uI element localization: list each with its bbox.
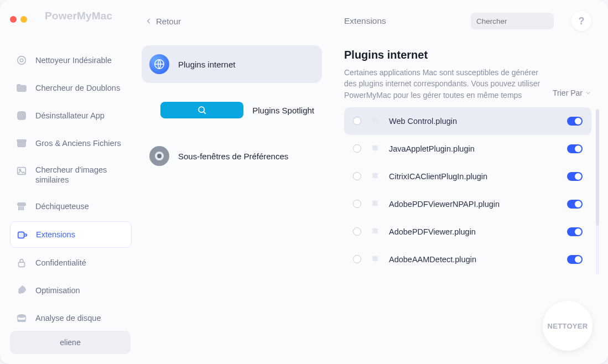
enable-toggle[interactable]: [567, 227, 583, 236]
sidebar-item-duplicate-finder[interactable]: Chercheur de Doublons: [10, 75, 132, 101]
enable-toggle[interactable]: [567, 117, 583, 126]
section-title: Extensions: [344, 16, 386, 26]
window-controls: [10, 16, 27, 23]
enable-toggle[interactable]: [567, 144, 583, 153]
app-icon: A: [15, 110, 28, 122]
plugin-row[interactable]: AdobeAAMDetect.plugin: [344, 246, 591, 273]
svg-rect-9: [19, 207, 20, 210]
back-button[interactable]: Retour: [142, 10, 322, 32]
svg-rect-6: [18, 168, 26, 175]
svg-rect-16: [18, 320, 26, 322]
sidebar-item-privacy[interactable]: Confidentialité: [10, 250, 132, 275]
disk-icon: [15, 312, 28, 324]
svg-point-0: [18, 56, 26, 65]
rocket-icon: [15, 284, 28, 297]
enable-toggle[interactable]: [567, 200, 583, 209]
preferences-icon: [149, 146, 169, 166]
select-checkbox[interactable]: [353, 144, 361, 153]
sidebar-item-label: Désinstallateur App: [35, 111, 105, 121]
sidebar-item-label: Optimisation: [35, 285, 80, 295]
plugin-name: AdobePDFViewerNPAPI.plugin: [389, 200, 500, 209]
enable-toggle[interactable]: [567, 172, 583, 181]
category-internet-plugins[interactable]: Plugins internet: [142, 45, 322, 83]
category-preference-panes[interactable]: Sous-fenêtres de Préférences: [142, 137, 322, 175]
plugin-row[interactable]: AdobePDFViewer.plugin: [344, 218, 591, 246]
svg-rect-5: [17, 140, 27, 142]
globe-icon: [149, 54, 169, 74]
category-spotlight-plugins[interactable]: Plugins Spotlight: [142, 93, 322, 127]
select-checkbox[interactable]: [353, 255, 361, 263]
plugin-icon: [369, 143, 381, 155]
user-account-button[interactable]: eliene: [10, 331, 131, 354]
sort-label: Trier Par: [553, 89, 583, 97]
select-checkbox[interactable]: [353, 227, 361, 236]
app-window: PowerMyMac Nettoyeur Indésirable Cherche…: [0, 0, 608, 364]
svg-rect-11: [23, 207, 24, 210]
back-label: Retour: [156, 17, 181, 26]
search-icon: [160, 102, 243, 118]
svg-point-14: [19, 290, 22, 294]
category-list: Plugins internet Plugins Spotlight Sous-…: [142, 45, 322, 175]
clean-button-label: NETTOYER: [548, 322, 588, 330]
main-panel: Extensions ? Plugins internet Certaines …: [334, 0, 608, 364]
clean-button[interactable]: NETTOYER: [543, 301, 593, 351]
select-checkbox[interactable]: [353, 117, 361, 125]
svg-rect-8: [18, 203, 26, 206]
sidebar-item-extensions[interactable]: Extensions: [10, 221, 132, 248]
sidebar-item-app-uninstaller[interactable]: A Désinstallateur App: [10, 103, 132, 128]
select-checkbox[interactable]: [353, 200, 361, 208]
target-icon: [15, 54, 28, 66]
sidebar-item-shredder[interactable]: Déchiqueteuse: [10, 194, 132, 219]
shredder-icon: [15, 200, 28, 212]
plugin-icon: [369, 170, 381, 183]
plugin-name: AdobeAAMDetect.plugin: [389, 255, 476, 264]
box-icon: [15, 137, 28, 149]
sort-dropdown[interactable]: Trier Par: [553, 89, 591, 97]
category-panel: Retour Plugins internet Plugins Spotligh…: [137, 0, 334, 364]
sidebar-item-optimization[interactable]: Optimisation: [10, 278, 132, 303]
category-label: Plugins Spotlight: [252, 106, 314, 115]
svg-rect-10: [20, 207, 22, 210]
svg-point-18: [199, 107, 204, 112]
page-title: Plugins internet: [344, 49, 591, 61]
sidebar-item-label: Nettoyeur Indésirable: [35, 55, 112, 65]
plugin-row[interactable]: CitrixICAClientPlugIn.plugin: [344, 163, 591, 190]
plugin-icon: [369, 253, 381, 266]
plugin-row[interactable]: AdobePDFViewerNPAPI.plugin: [344, 190, 591, 218]
plugin-name: Web Control.plugin: [389, 117, 457, 126]
sidebar-item-similar-images[interactable]: Chercheur d'images similaires: [10, 158, 132, 191]
sidebar-list: Nettoyeur Indésirable Chercheur de Doubl…: [10, 48, 132, 331]
extension-icon: [16, 228, 28, 241]
main-header: Extensions ?: [344, 10, 591, 32]
sidebar: PowerMyMac Nettoyeur Indésirable Cherche…: [0, 0, 137, 364]
enable-toggle[interactable]: [567, 255, 583, 264]
search-input[interactable]: [476, 17, 570, 25]
sidebar-item-junk-cleaner[interactable]: Nettoyeur Indésirable: [10, 48, 132, 73]
svg-rect-13: [19, 262, 25, 267]
sidebar-item-label: Chercheur de Doublons: [35, 83, 120, 93]
plugin-name: JavaAppletPlugin.plugin: [389, 144, 475, 153]
plugin-row[interactable]: Web Control.plugin: [344, 107, 591, 135]
sidebar-item-label: Déchiqueteuse: [35, 201, 89, 211]
svg-point-1: [20, 59, 23, 62]
app-title: PowerMyMac: [45, 10, 112, 22]
scrollbar[interactable]: [596, 108, 599, 274]
plugin-name: AdobePDFViewer.plugin: [389, 227, 476, 236]
sidebar-item-large-old-files[interactable]: Gros & Anciens Fichiers: [10, 131, 132, 156]
sidebar-item-label: Confidentialité: [35, 258, 86, 268]
select-checkbox[interactable]: [353, 172, 361, 180]
svg-point-15: [18, 315, 26, 318]
chevron-down-icon: [585, 90, 591, 96]
sidebar-item-label: Analyse de disque: [35, 313, 101, 323]
lock-icon: [15, 257, 28, 269]
help-button[interactable]: ?: [571, 11, 591, 31]
close-window-button[interactable]: [10, 16, 17, 23]
folder-icon: [15, 82, 28, 94]
sidebar-item-disk-analysis[interactable]: Analyse de disque: [10, 305, 132, 331]
scrollbar-thumb[interactable]: [596, 110, 599, 226]
svg-rect-4: [18, 141, 26, 147]
svg-text:A: A: [19, 113, 24, 119]
minimize-window-button[interactable]: [20, 16, 27, 23]
search-field[interactable]: [471, 13, 554, 29]
plugin-row[interactable]: JavaAppletPlugin.plugin: [344, 135, 591, 163]
